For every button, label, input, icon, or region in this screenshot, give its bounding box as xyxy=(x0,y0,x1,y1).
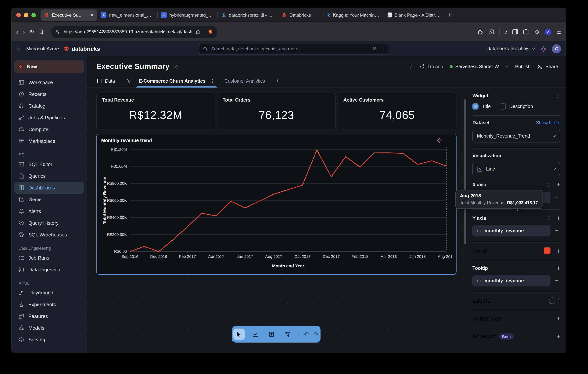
databricks-brand[interactable]: databricks xyxy=(63,46,100,52)
browser-tab[interactable]: Databricks xyxy=(278,9,324,21)
color-swatch[interactable] xyxy=(544,247,550,254)
zoom-window-button[interactable] xyxy=(32,13,36,17)
new-button[interactable]: + New xyxy=(14,60,84,73)
dataset-select[interactable]: Monthly_Revenue_Trend xyxy=(472,129,560,142)
x-axis-add-icon[interactable]: + xyxy=(556,182,560,188)
tab-search-icon[interactable] xyxy=(489,29,495,35)
new-tab-button[interactable]: + xyxy=(448,11,452,19)
music-icon[interactable]: ♪ xyxy=(505,29,507,35)
close-window-button[interactable] xyxy=(16,13,21,17)
sidebar-item-compute[interactable]: Compute xyxy=(14,124,84,135)
tab-data[interactable]: Data xyxy=(96,74,116,87)
reload-button[interactable]: ↻ xyxy=(30,29,34,34)
kpi-card-active-customers[interactable]: Active Customers 74,065 xyxy=(338,92,457,130)
y-axis-field[interactable]: 1.2 monthly_revenue xyxy=(472,225,550,236)
sidebar-item-sql-editor[interactable]: SQL Editor xyxy=(14,158,84,170)
x-axis-remove-button[interactable]: − xyxy=(554,194,560,201)
description-checkbox[interactable] xyxy=(500,103,506,109)
assistant-sparkle-icon[interactable] xyxy=(540,46,547,52)
sidebar-item-workspace[interactable]: Workspace xyxy=(14,76,84,88)
sidebar-item-playground[interactable]: Playground xyxy=(14,287,84,299)
wallet-icon[interactable] xyxy=(523,29,529,34)
workspace-switcher[interactable]: databricks-brazil-ws xyxy=(487,46,535,52)
revenue-line-series[interactable] xyxy=(130,150,446,251)
tab-kebab-icon[interactable]: ⋮ xyxy=(210,78,215,84)
tab-customer-analytics[interactable]: Customer Analytics xyxy=(224,74,266,87)
sidebar-item-recents[interactable]: Recents xyxy=(14,88,84,100)
app-menu-icon[interactable]: ☰ xyxy=(16,45,22,53)
tab-ecommerce-churn-analytics[interactable]: E-Commerce Churn Analytics ⋮ xyxy=(138,74,215,87)
sidebar-item-jobs-pipelines[interactable]: Jobs & Pipelines xyxy=(14,112,84,124)
global-search-input[interactable]: Search data, notebooks, recents, and mor… xyxy=(199,43,388,54)
brave-shield-icon[interactable] xyxy=(208,29,213,35)
back-button[interactable]: ‹ xyxy=(16,29,18,35)
favorite-star-icon[interactable]: ☆ xyxy=(174,63,179,70)
forecast-add-icon[interactable]: + xyxy=(556,333,560,340)
sidebar-item-experiments[interactable]: Experiments xyxy=(14,299,84,310)
visualization-select[interactable]: Line xyxy=(472,162,560,175)
sidebar-item-queries[interactable]: Queries xyxy=(14,170,84,182)
vertical-scrollbar[interactable] xyxy=(464,99,466,244)
share-button[interactable]: Share xyxy=(537,64,558,69)
add-filter-tool-button[interactable] xyxy=(282,329,294,340)
title-checkbox[interactable] xyxy=(472,103,479,109)
close-tab-icon[interactable]: ✕ xyxy=(89,12,94,18)
kpi-card-total-revenue[interactable]: Total Revenue R$12.32M xyxy=(96,92,215,130)
add-tab-button[interactable]: + xyxy=(275,74,280,87)
y-axis-add-icon[interactable]: + xyxy=(556,215,560,221)
sidebar-item-data-ingestion[interactable]: Data Ingestion xyxy=(14,264,84,276)
undo-button[interactable]: ↶ xyxy=(304,331,309,338)
y-axis-kebab-icon[interactable]: ⋮ xyxy=(546,215,551,221)
sidebar-item-query-history[interactable]: Query History xyxy=(14,217,84,229)
chart-kebab-icon[interactable]: ⋮ xyxy=(447,138,452,143)
line-chart-widget[interactable]: Monthly revenue trend ⋮ R$0.00R$200.00KR… xyxy=(96,134,457,275)
sidebar-item-alerts[interactable]: Alerts xyxy=(14,205,84,217)
share-icon[interactable] xyxy=(196,29,200,34)
sidebar-item-genie[interactable]: Genie xyxy=(14,194,84,205)
site-settings-icon[interactable] xyxy=(55,29,60,34)
sidebar-item-catalog[interactable]: Catalog xyxy=(14,100,84,112)
annotation-add-icon[interactable]: + xyxy=(556,315,560,322)
avatar[interactable]: C xyxy=(552,44,561,53)
sidebar-panel-icon[interactable] xyxy=(512,29,518,34)
filter-icon[interactable] xyxy=(127,74,132,87)
header-kebab-icon[interactable]: ⋮ xyxy=(409,64,413,69)
line-chart[interactable]: R$0.00R$200.00KR$400.00KR$600.00KR$800.0… xyxy=(101,143,452,271)
extension-x-icon[interactable]: ✕ xyxy=(545,29,551,35)
select-tool-button[interactable] xyxy=(233,329,245,340)
sidebar-item-models[interactable]: Models xyxy=(14,322,84,334)
tooltip-remove-button[interactable]: − xyxy=(554,277,560,284)
browser-tab[interactable]: new_dimensional_model xyxy=(97,9,157,21)
add-visualization-tool-button[interactable] xyxy=(250,329,261,340)
refresh-status[interactable]: 1m ago xyxy=(420,64,443,69)
extensions-icon[interactable] xyxy=(478,29,484,35)
dashboard-canvas[interactable]: Total Revenue R$12.32M Total Orders 76,1… xyxy=(87,88,465,353)
sidebar-item-marketplace[interactable]: Marketplace xyxy=(14,135,84,147)
publish-button[interactable]: Publish xyxy=(515,64,531,69)
sidebar-item-sql-warehouses[interactable]: SQL Warehouses xyxy=(14,229,84,241)
browser-tab[interactable]: k Kaggle: Your Machine Lear xyxy=(324,9,384,21)
browser-tab[interactable]: Blank Page - A Distraction xyxy=(384,9,444,21)
browser-tab[interactable]: hybrid/augmented_star_s xyxy=(158,9,218,21)
warehouse-selector[interactable]: Serverless Starter W... xyxy=(450,64,509,69)
minimize-window-button[interactable] xyxy=(24,13,28,17)
tooltip-field[interactable]: 1.2 monthly_revenue xyxy=(472,275,550,287)
kpi-card-total-orders[interactable]: Total Orders 76,123 xyxy=(217,92,336,130)
sidebar-item-features[interactable]: Features xyxy=(14,310,84,322)
leo-ai-icon[interactable] xyxy=(534,29,540,35)
add-text-tool-button[interactable] xyxy=(266,329,277,340)
forward-button[interactable]: › xyxy=(23,29,25,35)
redo-button[interactable]: ↷ xyxy=(314,331,319,338)
widget-kebab-icon[interactable]: ⋮ xyxy=(556,93,560,98)
bookmark-icon[interactable] xyxy=(39,29,44,35)
labels-toggle[interactable] xyxy=(549,298,560,304)
browser-tab[interactable]: databricksbrazildl - Micro xyxy=(218,9,278,21)
sidebar-item-serving[interactable]: Serving xyxy=(14,334,84,346)
sidebar-item-dashboards[interactable]: Dashboards xyxy=(14,182,84,194)
x-axis-kebab-icon[interactable]: ⋮ xyxy=(546,182,551,188)
sidebar-item-job-runs[interactable]: Job Runs xyxy=(14,252,84,264)
y-axis-remove-button[interactable]: − xyxy=(554,227,560,234)
browser-menu-icon[interactable]: ☰ xyxy=(556,29,561,35)
url-bar[interactable]: https://adb-2955142893533859.19.azuredat… xyxy=(51,26,218,38)
show-filters-link[interactable]: Show filters xyxy=(536,120,560,125)
